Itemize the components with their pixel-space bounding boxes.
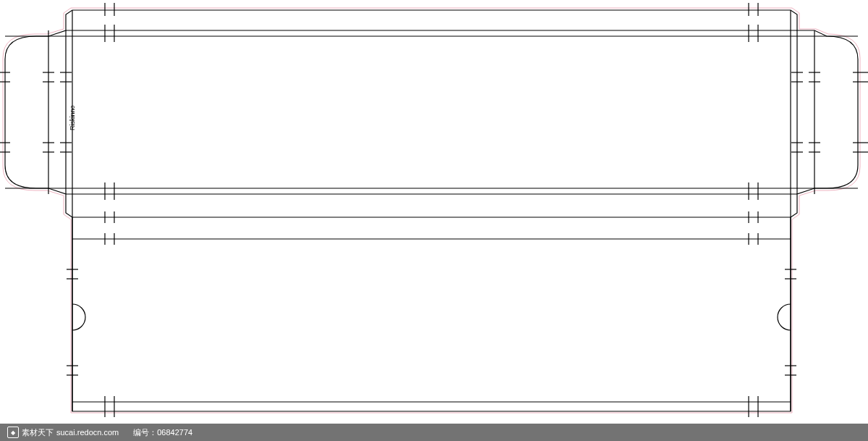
brand-label: Riskinno (69, 105, 76, 130)
thumb-notch-right (778, 304, 791, 330)
thumb-notch-left (72, 304, 85, 330)
footer-site-label: 素材天下 (22, 427, 54, 438)
footer-id-label: 编号： (133, 428, 157, 437)
footer-site-url: sucai.redocn.com (56, 428, 119, 437)
footer-logo-icon: ◆ (7, 427, 19, 438)
footer-logo: ◆ 素材天下 sucai.redocn.com (7, 427, 119, 438)
footer-id: 编号：06842774 (133, 427, 192, 438)
dieline-svg (0, 0, 868, 424)
watermark-footer: ◆ 素材天下 sucai.redocn.com 编号：06842774 (0, 424, 868, 441)
footer-id-value: 06842774 (157, 428, 192, 437)
dieline-drawing (0, 0, 868, 441)
registration-ticks (0, 3, 868, 417)
cut-outline (5, 10, 858, 411)
bleed-outline (3, 8, 860, 413)
